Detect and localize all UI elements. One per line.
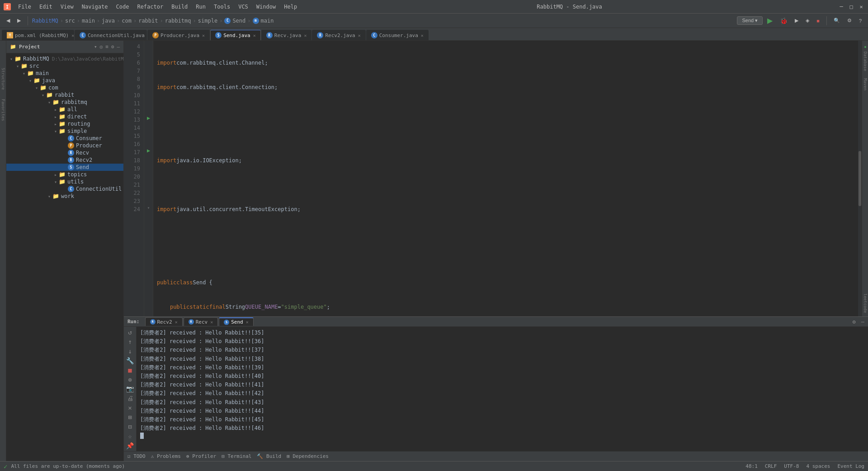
tree-recv[interactable]: R Recv (6, 149, 123, 156)
star-button[interactable]: ☆ (125, 432, 135, 440)
menu-view[interactable]: View (57, 3, 77, 11)
maven-tab[interactable]: Maven (862, 75, 868, 94)
fold-for-button[interactable]: ▾ (147, 205, 150, 210)
locate-file-icon[interactable]: ◎ (100, 44, 103, 50)
close-panel-icon[interactable]: — (117, 44, 120, 50)
settings-tree-icon[interactable]: ⚙ (111, 44, 114, 50)
menu-run[interactable]: Run (192, 3, 209, 11)
menu-code[interactable]: Code (113, 3, 133, 11)
close-button[interactable]: ✕ (858, 4, 864, 10)
tree-work[interactable]: ▾ 📁 work (6, 193, 123, 200)
favorites-tab[interactable]: Favorites (1, 99, 5, 121)
stop-run-button[interactable]: ■ (125, 366, 135, 374)
tree-rabbitmq[interactable]: ▾ 📁 RabbitMQ D:\Java\JavaCode\RabbitMQ (6, 55, 123, 62)
tree-consumer[interactable]: C Consumer (6, 135, 123, 142)
breadcrumb-main[interactable]: main (82, 18, 95, 24)
run-config-button[interactable]: Send ▾ (737, 16, 763, 25)
sort-button[interactable]: ⊞ (125, 414, 135, 421)
breadcrumb-send[interactable]: Send (232, 18, 245, 24)
leecode-tab[interactable]: leetcode (862, 290, 868, 316)
tree-topics[interactable]: ▸ 📁 topics (6, 171, 123, 178)
breadcrumb-java[interactable]: java (102, 18, 115, 24)
breadcrumb-rabbit[interactable]: rabbit (138, 18, 158, 24)
gutter-17[interactable]: ▶ (144, 146, 153, 155)
run-tab-recv[interactable]: R Recv ✕ (184, 317, 218, 326)
tab-connectionutil[interactable]: C ConnectionUtil.java ✕ (75, 30, 147, 40)
run-settings-icon[interactable]: ⚙ (853, 319, 856, 325)
breadcrumb-simple[interactable]: simple (198, 18, 217, 24)
tree-com[interactable]: ▾ 📁 com (6, 84, 123, 91)
dependencies-tab[interactable]: ⊞ Dependencies (287, 453, 329, 459)
tab-recv[interactable]: R Recv.java ✕ (261, 30, 312, 40)
menu-file[interactable]: File (14, 3, 35, 11)
run-tab-recv-close[interactable]: ✕ (210, 320, 213, 325)
rerun-button[interactable]: ↺ (125, 329, 135, 336)
tree-recv2[interactable]: R Recv2 (6, 156, 123, 164)
menu-window[interactable]: Window (253, 3, 279, 11)
breadcrumb-src[interactable]: src (65, 18, 75, 24)
tree-simple[interactable]: ▾ 📁 simple (6, 127, 123, 135)
tab-send[interactable]: S Send.java ✕ (210, 30, 261, 40)
scroll-down-button[interactable]: ↓ (125, 348, 135, 355)
breadcrumb-com[interactable]: com (122, 18, 132, 24)
run-main-button[interactable]: ▶ (147, 147, 150, 154)
tab-producer[interactable]: P Producer.java ✕ (147, 30, 210, 40)
tab-send-close[interactable]: ✕ (253, 33, 256, 38)
collapse-all-icon[interactable]: ≡ (105, 44, 108, 50)
menu-tools[interactable]: Tools (210, 3, 234, 11)
tree-rabbit[interactable]: ▾ 📁 rabbit (6, 91, 123, 99)
run-tab-send[interactable]: S Send ✕ (219, 317, 254, 326)
dump-button[interactable]: ⊗ (125, 376, 135, 383)
tree-producer[interactable]: P Producer (6, 142, 123, 149)
wrench-button[interactable]: 🔧 (125, 357, 135, 365)
menu-refactor[interactable]: Refactor (133, 3, 167, 11)
problems-tab[interactable]: ⚠ Problems (151, 453, 181, 459)
status-indent[interactable]: 4 spaces (806, 463, 830, 469)
tree-rabbitmq-folder[interactable]: ▾ 📁 rabbitmq (6, 99, 123, 106)
maximize-button[interactable]: □ (848, 4, 854, 10)
todo-tab[interactable]: ☑ TODO (127, 453, 146, 459)
run-tab-recv2-close[interactable]: ✕ (175, 320, 178, 325)
help-button[interactable]: ? (856, 17, 864, 24)
tree-all[interactable]: ▸ 📁 all (6, 106, 123, 113)
database-tab[interactable]: Database (862, 48, 868, 75)
event-log[interactable]: Event Log (837, 463, 864, 469)
editor-scrollbar[interactable] (858, 41, 862, 316)
run-tab-recv2[interactable]: R Recv2 ✕ (145, 317, 183, 326)
tab-consumer-close[interactable]: ✕ (421, 33, 424, 38)
status-position[interactable]: 48:1 (745, 463, 758, 469)
menu-help[interactable]: Help (280, 3, 301, 11)
run-button[interactable]: ▶ (764, 15, 775, 26)
forward-button[interactable]: ▶ (14, 17, 24, 24)
tree-send[interactable]: S Send (6, 164, 123, 171)
settings-button[interactable]: ⚙ (844, 17, 854, 24)
pin-button[interactable]: 📌 (125, 442, 135, 449)
menu-vcs[interactable]: VCS (235, 3, 252, 11)
status-encoding[interactable]: CRLF (765, 463, 777, 469)
back-button[interactable]: ◀ (4, 17, 13, 24)
breadcrumb-rabbitmq[interactable]: rabbitmq (165, 18, 191, 24)
search-button[interactable]: 🔍 (831, 17, 843, 24)
build-tab[interactable]: 🔨 Build (257, 453, 281, 459)
run-tab-send-close[interactable]: ✕ (246, 320, 249, 325)
run-minimize-icon[interactable]: — (861, 319, 864, 325)
tree-direct[interactable]: ▸ 📁 direct (6, 113, 123, 120)
gutter-24[interactable]: ▾ (144, 203, 153, 212)
profile-button[interactable]: ◈ (803, 17, 812, 24)
code-editor[interactable]: import com.rabbitmq.client.Channel; impo… (153, 41, 858, 316)
filter-button[interactable]: ⊟ (125, 423, 135, 430)
minimize-button[interactable]: ─ (838, 4, 844, 10)
run-class-button[interactable]: ▶ (147, 115, 150, 121)
tree-utils[interactable]: ▾ 📁 utils (6, 178, 123, 185)
run-coverage-button[interactable]: ▶ (792, 17, 801, 24)
stop-button[interactable]: ■ (814, 17, 822, 24)
print-button[interactable]: 🖨 (125, 395, 135, 402)
breadcrumb-project[interactable]: RabbitMQ (32, 18, 58, 24)
profiler-tab[interactable]: ⊕ Profiler (186, 453, 216, 459)
terminal-tab[interactable]: ⊟ Terminal (222, 453, 251, 459)
tab-pom[interactable]: M pom.xml (RabbitMQ) ✕ (2, 30, 74, 40)
tab-pom-close[interactable]: ✕ (71, 33, 74, 38)
tree-main[interactable]: ▾ 📁 main (6, 70, 123, 77)
tree-connectionutil[interactable]: C ConnectionUtil (6, 185, 123, 193)
tab-recv2[interactable]: R Recv2.java ✕ (312, 30, 365, 40)
